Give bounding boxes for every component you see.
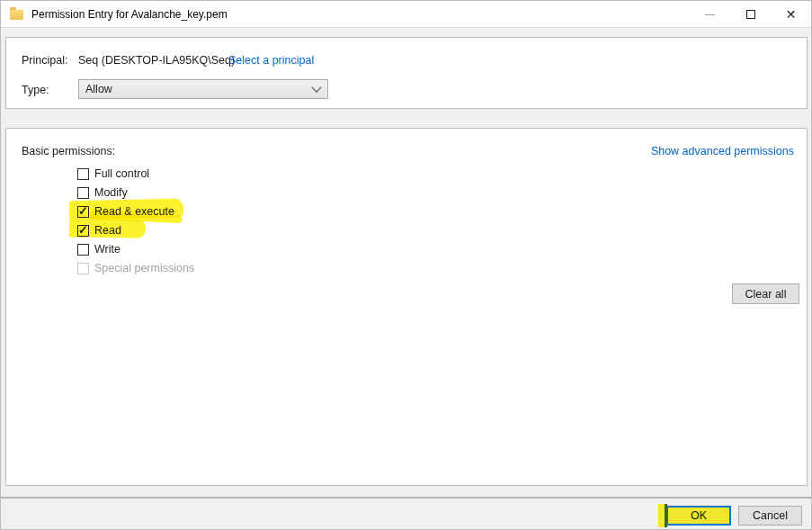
close-button[interactable]: ✕ [771, 1, 811, 28]
checkbox-label: Modify [94, 186, 128, 199]
type-label: Type: [22, 84, 49, 96]
cancel-label: Cancel [753, 509, 788, 522]
title-bar[interactable]: Permission Entry for Avalanche_key.pem ✕ [1, 1, 811, 28]
ok-button[interactable]: OK [666, 506, 731, 526]
principal-value: Seq (DESKTOP-ILA95KQ\Seq) [78, 54, 235, 67]
permission-row-modify[interactable]: Modify [77, 185, 128, 200]
permission-entry-dialog: Permission Entry for Avalanche_key.pem ✕… [0, 0, 812, 530]
show-advanced-permissions-link[interactable]: Show advanced permissions [651, 145, 794, 157]
permission-row-full-control[interactable]: Full control [77, 166, 149, 181]
permission-row-special-permissions: Special permissions [77, 261, 194, 275]
clear-all-button[interactable]: Clear all [732, 283, 799, 304]
checkbox-read-execute[interactable] [77, 206, 89, 218]
type-dropdown-value: Allow [85, 83, 313, 95]
type-dropdown[interactable]: Allow [78, 79, 328, 99]
checkbox-read[interactable] [77, 225, 89, 237]
window-title: Permission Entry for Avalanche_key.pem [31, 1, 228, 28]
permission-row-read[interactable]: Read [77, 223, 121, 238]
checkbox-full-control[interactable] [77, 168, 89, 180]
close-icon: ✕ [786, 7, 797, 22]
maximize-icon [746, 10, 755, 19]
checkbox-modify[interactable] [77, 187, 89, 199]
permission-row-read-execute[interactable]: Read & execute [77, 204, 174, 219]
folder-icon [10, 10, 23, 20]
minimize-icon [705, 14, 715, 15]
checkbox-label: Full control [94, 167, 149, 180]
principal-panel: Principal: Seq (DESKTOP-ILA95KQ\Seq) Sel… [5, 37, 808, 109]
chevron-down-icon [311, 82, 321, 92]
checkbox-label: Read [94, 224, 121, 237]
principal-label: Principal: [22, 54, 67, 67]
basic-permissions-label: Basic permissions: [22, 145, 115, 157]
maximize-button[interactable] [730, 1, 771, 28]
minimize-button[interactable] [690, 1, 730, 28]
cancel-button[interactable]: Cancel [738, 506, 802, 526]
clear-all-label: Clear all [745, 288, 787, 301]
checkbox-label: Write [94, 243, 120, 256]
checkbox-label: Special permissions [94, 262, 194, 274]
footer-separator [1, 497, 811, 499]
permission-row-write[interactable]: Write [77, 242, 120, 256]
checkbox-special-permissions [77, 263, 89, 274]
checkbox-label: Read & execute [94, 205, 174, 218]
permissions-panel: Basic permissions: Show advanced permiss… [5, 128, 808, 486]
select-principal-link[interactable]: Select a principal [228, 54, 314, 67]
checkbox-write[interactable] [77, 244, 89, 256]
ok-label: OK [691, 509, 707, 522]
